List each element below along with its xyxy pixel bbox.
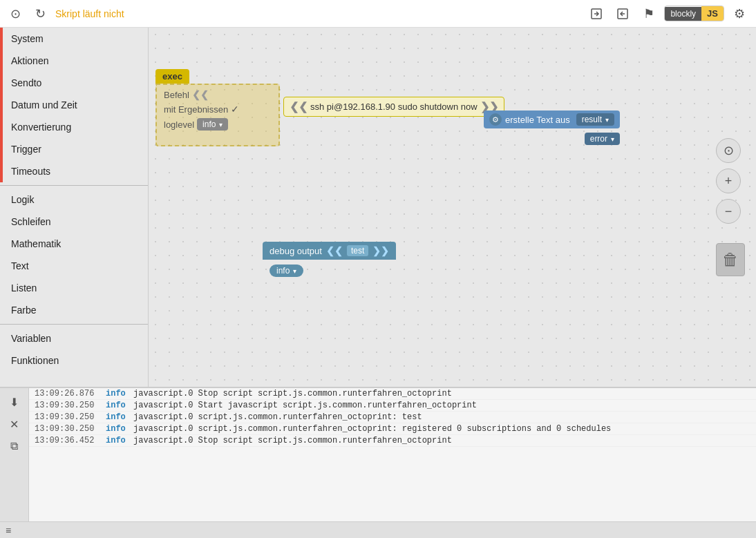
trash-button[interactable]: 🗑 bbox=[716, 243, 745, 276]
target-icon[interactable]: ⊙ bbox=[6, 4, 25, 23]
log-copy-icon[interactable]: ⧉ bbox=[6, 438, 23, 454]
import-icon[interactable] bbox=[612, 3, 634, 25]
exec-bottom-notch bbox=[164, 134, 272, 141]
canvas-controls: ⊙ + − 🗑 bbox=[716, 138, 745, 276]
error-dropdown[interactable]: error ▾ bbox=[585, 133, 620, 145]
log-row: 13:09:26.876 info javascript.0 Stop scri… bbox=[29, 388, 756, 400]
ssh-command-block: ❮❮ ssh pi@192.168.1.90 sudo shutdown now… bbox=[283, 97, 504, 117]
result-dropdown[interactable]: result ▾ bbox=[576, 113, 614, 126]
log-row: 13:09:30.250 info javascript.0 script.js… bbox=[29, 423, 756, 435]
open-quote-befehl: ❮❮ bbox=[192, 89, 209, 100]
settings-icon[interactable]: ⚙ bbox=[728, 3, 750, 25]
sidebar-group-1: System Aktionen Sendto Datum und Zeit Ko… bbox=[0, 28, 148, 182]
log-row: 13:09:36.452 info javascript.0 Stop scri… bbox=[29, 435, 756, 447]
exec-block-group: exec Befehl ❮❮ mit Ergebnissen ✓ bbox=[155, 69, 280, 146]
canvas-area[interactable]: exec Befehl ❮❮ mit Ergebnissen ✓ bbox=[149, 28, 756, 387]
sidebar: System Aktionen Sendto Datum und Zeit Ko… bbox=[0, 28, 149, 387]
exec-label: exec bbox=[155, 69, 189, 84]
zoom-in-button[interactable]: + bbox=[716, 169, 741, 193]
log-area: ⬇ ✕ ⧉ 13:09:26.876 info javascript.0 Sto… bbox=[0, 387, 756, 538]
open-quote-debug: ❮❮ bbox=[326, 245, 343, 256]
mit-ergebnissen-row: mit Ergebnissen ✓ bbox=[164, 104, 272, 115]
sidebar-group-3: Variablen Funktionen bbox=[0, 327, 148, 372]
log-entries: 13:09:26.876 info javascript.0 Stop scri… bbox=[29, 388, 756, 521]
sidebar-item-funktionen[interactable]: Funktionen bbox=[0, 349, 148, 372]
sidebar-item-sendto[interactable]: Sendto bbox=[0, 72, 148, 94]
zoom-out-button[interactable]: − bbox=[716, 199, 741, 224]
sidebar-item-konvertierung[interactable]: Konvertierung bbox=[0, 116, 148, 138]
log-row: 13:09:30.250 info javascript.0 script.js… bbox=[29, 412, 756, 423]
log-clear-icon[interactable]: ✕ bbox=[6, 416, 23, 432]
flag-icon[interactable]: ⚑ bbox=[638, 3, 660, 25]
log-time: 13:09:36.452 bbox=[35, 436, 100, 445]
sidebar-group-2: Logik Schleifen Mathematik Text Listen F… bbox=[0, 189, 148, 321]
befehl-label: Befehl bbox=[164, 90, 189, 100]
debug-value: test bbox=[347, 245, 368, 256]
mit-ergebnissen-label: mit Ergebnissen bbox=[164, 104, 228, 115]
sidebar-item-variablen[interactable]: Variablen bbox=[0, 327, 148, 349]
sidebar-item-datum-und-zeit[interactable]: Datum und Zeit bbox=[0, 94, 148, 116]
sidebar-item-timeouts[interactable]: Timeouts bbox=[0, 160, 148, 182]
log-menu-icon[interactable]: ≡ bbox=[6, 525, 11, 536]
result-chevron-icon: ▾ bbox=[605, 116, 609, 124]
debug-info-chevron-icon: ▾ bbox=[293, 267, 296, 275]
js-tab[interactable]: JS bbox=[701, 6, 724, 21]
blockly-tab[interactable]: blockly bbox=[665, 7, 701, 21]
center-view-button[interactable]: ⊙ bbox=[716, 138, 741, 163]
ssh-command-text: ssh pi@192.168.1.90 sudo shutdown now bbox=[310, 102, 478, 112]
log-level: info bbox=[106, 424, 128, 434]
refresh-icon[interactable]: ↻ bbox=[30, 4, 50, 23]
log-message: javascript.0 script.js.common.runterfahr… bbox=[133, 412, 422, 422]
blockly-js-toggle[interactable]: blockly JS bbox=[664, 6, 724, 21]
sidebar-item-logik[interactable]: Logik bbox=[0, 189, 148, 211]
log-level: info bbox=[106, 389, 128, 398]
sidebar-item-schleifen[interactable]: Schleifen bbox=[0, 211, 148, 233]
error-chevron-icon: ▾ bbox=[611, 135, 614, 143]
log-message: javascript.0 Stop script script.js.commo… bbox=[133, 389, 452, 398]
gear-icon: ⚙ bbox=[489, 113, 502, 126]
sidebar-item-system[interactable]: System bbox=[0, 28, 148, 50]
befehl-row: Befehl ❮❮ bbox=[164, 89, 272, 100]
log-panel: ⬇ ✕ ⧉ 13:09:26.876 info javascript.0 Sto… bbox=[0, 387, 756, 521]
toolbar: ⊙ ↻ Skript läuft nicht ⚑ blockly JS ⚙ bbox=[0, 0, 756, 28]
log-level: info bbox=[106, 401, 128, 410]
log-time: 13:09:26.876 bbox=[35, 389, 100, 398]
close-quote-debug: ❯❯ bbox=[372, 245, 389, 256]
sidebar-item-listen[interactable]: Listen bbox=[0, 277, 148, 299]
log-message: javascript.0 Stop script script.js.commo… bbox=[133, 436, 452, 445]
sidebar-item-farbe[interactable]: Farbe bbox=[0, 299, 148, 321]
debug-output-block: debug output ❮❮ test ❯❯ info ▾ bbox=[263, 242, 396, 279]
loglevel-chevron-icon: ▾ bbox=[219, 121, 223, 128]
log-message: javascript.0 script.js.common.runterfahr… bbox=[133, 424, 611, 434]
loglevel-label: loglevel bbox=[164, 119, 194, 130]
script-status: Skript läuft nicht bbox=[55, 8, 580, 19]
sidebar-item-trigger[interactable]: Trigger bbox=[0, 138, 148, 160]
debug-info-dropdown[interactable]: info ▾ bbox=[270, 265, 303, 277]
log-message: javascript.0 Start javascript script.js.… bbox=[133, 401, 477, 410]
log-time: 13:09:30.250 bbox=[35, 401, 100, 410]
loglevel-dropdown[interactable]: info ▾ bbox=[197, 118, 228, 131]
loglevel-row: loglevel info ▾ bbox=[164, 118, 272, 131]
sidebar-item-text[interactable]: Text bbox=[0, 255, 148, 277]
log-row: 13:09:30.250 info javascript.0 Start jav… bbox=[29, 400, 756, 412]
log-time: 13:09:30.250 bbox=[35, 412, 100, 422]
sidebar-item-mathematik[interactable]: Mathematik bbox=[0, 233, 148, 255]
result-error-group: ⚙ erstelle Text aus result ▾ error ▾ bbox=[484, 111, 620, 145]
sidebar-item-aktionen[interactable]: Aktionen bbox=[0, 50, 148, 72]
log-time: 13:09:30.250 bbox=[35, 424, 100, 434]
erstelle-text-label: erstelle Text aus bbox=[505, 115, 570, 125]
log-level: info bbox=[106, 412, 128, 422]
log-download-icon[interactable]: ⬇ bbox=[6, 394, 23, 410]
debug-label: debug output bbox=[270, 246, 322, 256]
log-level: info bbox=[106, 436, 128, 445]
toolbar-right: ⚑ blockly JS ⚙ bbox=[585, 3, 750, 25]
main-area: System Aktionen Sendto Datum und Zeit Ko… bbox=[0, 28, 756, 387]
export-icon[interactable] bbox=[585, 3, 607, 25]
log-sidebar: ⬇ ✕ ⧉ bbox=[0, 388, 29, 521]
log-bottom-bar: ≡ bbox=[0, 521, 756, 538]
open-quote-ssh: ❮❮ bbox=[290, 100, 308, 113]
